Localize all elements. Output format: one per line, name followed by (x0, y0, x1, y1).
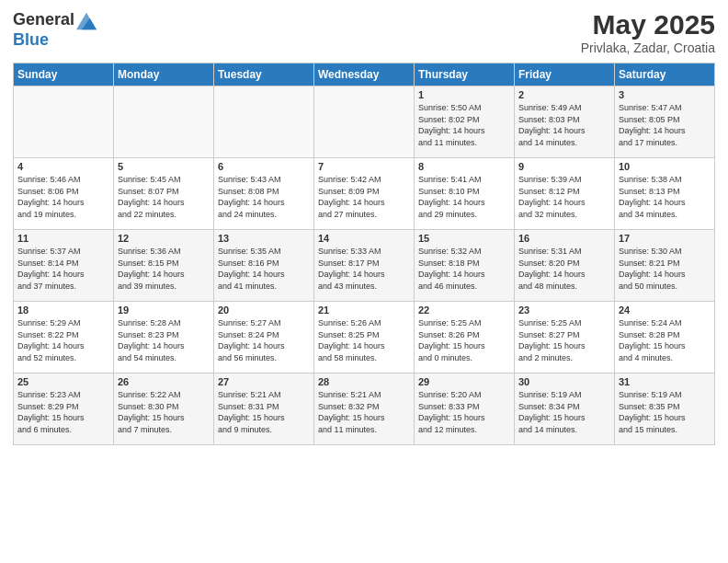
day-info: Sunrise: 5:21 AM Sunset: 8:31 PM Dayligh… (218, 389, 310, 435)
day-info: Sunrise: 5:45 AM Sunset: 8:07 PM Dayligh… (118, 174, 210, 220)
day-cell: 12Sunrise: 5:36 AM Sunset: 8:15 PM Dayli… (114, 230, 214, 302)
day-number: 19 (118, 304, 210, 316)
day-info: Sunrise: 5:23 AM Sunset: 8:29 PM Dayligh… (17, 389, 109, 435)
title-block: May 2025 Privlaka, Zadar, Croatia (581, 9, 715, 55)
day-number: 25 (17, 376, 109, 387)
day-number: 4 (17, 161, 109, 172)
week-row-4: 18Sunrise: 5:29 AM Sunset: 8:22 PM Dayli… (14, 302, 715, 373)
day-cell: 31Sunrise: 5:19 AM Sunset: 8:35 PM Dayli… (615, 373, 715, 445)
day-number: 5 (118, 161, 210, 172)
day-info: Sunrise: 5:25 AM Sunset: 8:27 PM Dayligh… (518, 317, 610, 363)
page: General Blue May 2025 Privlaka, Zadar, C… (0, 0, 728, 563)
col-header-tuesday: Tuesday (214, 63, 314, 86)
day-number: 6 (218, 161, 310, 172)
day-info: Sunrise: 5:27 AM Sunset: 8:24 PM Dayligh… (218, 317, 310, 363)
week-row-2: 4Sunrise: 5:46 AM Sunset: 8:06 PM Daylig… (14, 158, 715, 230)
day-cell: 5Sunrise: 5:45 AM Sunset: 8:07 PM Daylig… (114, 158, 214, 230)
subtitle: Privlaka, Zadar, Croatia (581, 40, 715, 55)
day-info: Sunrise: 5:36 AM Sunset: 8:15 PM Dayligh… (118, 246, 210, 292)
col-header-saturday: Saturday (615, 63, 715, 86)
day-number: 2 (518, 89, 610, 100)
day-info: Sunrise: 5:38 AM Sunset: 8:13 PM Dayligh… (619, 174, 711, 220)
day-cell: 23Sunrise: 5:25 AM Sunset: 8:27 PM Dayli… (515, 302, 615, 373)
day-cell: 19Sunrise: 5:28 AM Sunset: 8:23 PM Dayli… (114, 302, 214, 373)
day-cell: 4Sunrise: 5:46 AM Sunset: 8:06 PM Daylig… (14, 158, 114, 230)
col-header-thursday: Thursday (415, 63, 515, 86)
day-cell: 20Sunrise: 5:27 AM Sunset: 8:24 PM Dayli… (214, 302, 314, 373)
day-info: Sunrise: 5:41 AM Sunset: 8:10 PM Dayligh… (418, 174, 510, 220)
day-info: Sunrise: 5:19 AM Sunset: 8:34 PM Dayligh… (518, 389, 610, 435)
week-row-5: 25Sunrise: 5:23 AM Sunset: 8:29 PM Dayli… (14, 373, 715, 445)
day-number: 14 (318, 233, 410, 244)
col-header-sunday: Sunday (14, 63, 114, 86)
day-cell: 7Sunrise: 5:42 AM Sunset: 8:09 PM Daylig… (314, 158, 415, 230)
day-number: 3 (619, 89, 711, 100)
day-number: 13 (218, 233, 310, 244)
logo-icon (76, 11, 97, 31)
day-info: Sunrise: 5:39 AM Sunset: 8:12 PM Dayligh… (518, 174, 610, 220)
day-number: 23 (518, 304, 610, 316)
day-cell: 1Sunrise: 5:50 AM Sunset: 8:02 PM Daylig… (415, 86, 515, 158)
day-info: Sunrise: 5:21 AM Sunset: 8:32 PM Dayligh… (318, 389, 410, 435)
day-info: Sunrise: 5:43 AM Sunset: 8:08 PM Dayligh… (218, 174, 310, 220)
day-cell: 16Sunrise: 5:31 AM Sunset: 8:20 PM Dayli… (515, 230, 615, 302)
week-row-1: 1Sunrise: 5:50 AM Sunset: 8:02 PM Daylig… (14, 86, 715, 158)
col-header-friday: Friday (515, 63, 615, 86)
day-info: Sunrise: 5:29 AM Sunset: 8:22 PM Dayligh… (17, 317, 109, 363)
logo-text: General Blue (13, 9, 97, 50)
day-number: 10 (619, 161, 711, 172)
day-number: 22 (418, 304, 510, 316)
day-number: 28 (318, 376, 410, 387)
day-cell: 30Sunrise: 5:19 AM Sunset: 8:34 PM Dayli… (515, 373, 615, 445)
day-info: Sunrise: 5:22 AM Sunset: 8:30 PM Dayligh… (118, 389, 210, 435)
day-info: Sunrise: 5:50 AM Sunset: 8:02 PM Dayligh… (418, 102, 510, 148)
day-info: Sunrise: 5:42 AM Sunset: 8:09 PM Dayligh… (318, 174, 410, 220)
day-cell: 10Sunrise: 5:38 AM Sunset: 8:13 PM Dayli… (615, 158, 715, 230)
day-cell: 26Sunrise: 5:22 AM Sunset: 8:30 PM Dayli… (114, 373, 214, 445)
day-info: Sunrise: 5:46 AM Sunset: 8:06 PM Dayligh… (17, 174, 109, 220)
main-title: May 2025 (581, 9, 715, 40)
day-cell: 14Sunrise: 5:33 AM Sunset: 8:17 PM Dayli… (314, 230, 415, 302)
calendar-body: 1Sunrise: 5:50 AM Sunset: 8:02 PM Daylig… (14, 86, 715, 445)
logo-blue: Blue (13, 31, 97, 50)
col-header-monday: Monday (114, 63, 214, 86)
col-header-wednesday: Wednesday (314, 63, 415, 86)
day-cell: 15Sunrise: 5:32 AM Sunset: 8:18 PM Dayli… (415, 230, 515, 302)
day-cell: 29Sunrise: 5:20 AM Sunset: 8:33 PM Dayli… (415, 373, 515, 445)
day-number: 29 (418, 376, 510, 387)
day-number: 20 (218, 304, 310, 316)
day-cell: 6Sunrise: 5:43 AM Sunset: 8:08 PM Daylig… (214, 158, 314, 230)
day-number: 18 (17, 304, 109, 316)
day-info: Sunrise: 5:31 AM Sunset: 8:20 PM Dayligh… (518, 246, 610, 292)
calendar: SundayMondayTuesdayWednesdayThursdayFrid… (13, 63, 715, 445)
day-number: 8 (418, 161, 510, 172)
day-info: Sunrise: 5:33 AM Sunset: 8:17 PM Dayligh… (318, 246, 410, 292)
calendar-header: SundayMondayTuesdayWednesdayThursdayFrid… (14, 63, 715, 86)
day-info: Sunrise: 5:30 AM Sunset: 8:21 PM Dayligh… (619, 246, 711, 292)
day-info: Sunrise: 5:26 AM Sunset: 8:25 PM Dayligh… (318, 317, 410, 363)
day-cell (214, 86, 314, 158)
day-number: 30 (518, 376, 610, 387)
day-cell: 24Sunrise: 5:24 AM Sunset: 8:28 PM Dayli… (615, 302, 715, 373)
day-cell: 3Sunrise: 5:47 AM Sunset: 8:05 PM Daylig… (615, 86, 715, 158)
day-info: Sunrise: 5:28 AM Sunset: 8:23 PM Dayligh… (118, 317, 210, 363)
day-number: 17 (619, 233, 711, 244)
day-number: 11 (17, 233, 109, 244)
day-number: 7 (318, 161, 410, 172)
day-cell: 21Sunrise: 5:26 AM Sunset: 8:25 PM Dayli… (314, 302, 415, 373)
day-info: Sunrise: 5:47 AM Sunset: 8:05 PM Dayligh… (619, 102, 711, 148)
day-cell: 9Sunrise: 5:39 AM Sunset: 8:12 PM Daylig… (515, 158, 615, 230)
day-cell: 27Sunrise: 5:21 AM Sunset: 8:31 PM Dayli… (214, 373, 314, 445)
day-number: 16 (518, 233, 610, 244)
day-number: 21 (318, 304, 410, 316)
day-cell (114, 86, 214, 158)
day-number: 27 (218, 376, 310, 387)
day-number: 9 (518, 161, 610, 172)
day-info: Sunrise: 5:32 AM Sunset: 8:18 PM Dayligh… (418, 246, 510, 292)
header-row: SundayMondayTuesdayWednesdayThursdayFrid… (14, 63, 715, 86)
day-info: Sunrise: 5:35 AM Sunset: 8:16 PM Dayligh… (218, 246, 310, 292)
day-cell: 2Sunrise: 5:49 AM Sunset: 8:03 PM Daylig… (515, 86, 615, 158)
day-number: 24 (619, 304, 711, 316)
day-cell: 18Sunrise: 5:29 AM Sunset: 8:22 PM Dayli… (14, 302, 114, 373)
day-number: 26 (118, 376, 210, 387)
